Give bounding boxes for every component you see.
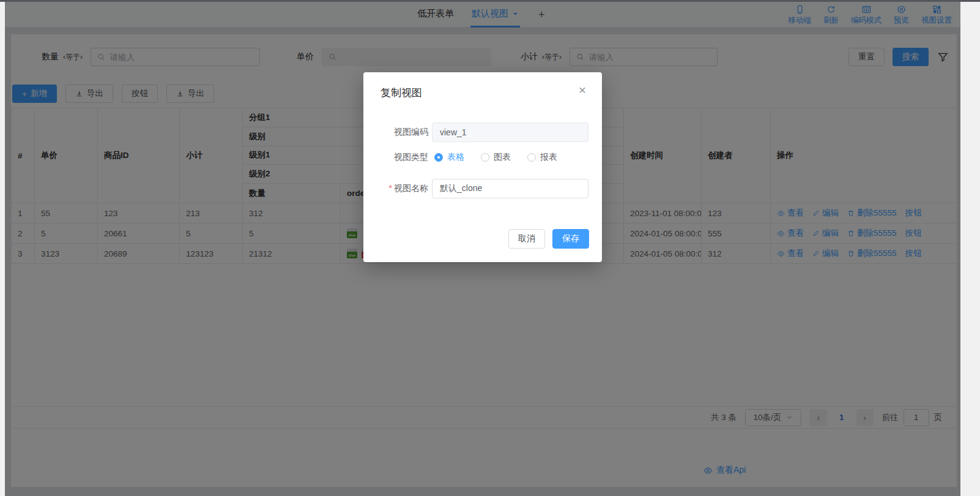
close-icon[interactable]: × (576, 81, 588, 99)
radio-table[interactable]: 表格 (434, 152, 464, 163)
dialog-actions: 取消 保存 (508, 229, 589, 249)
view-type-options: 表格 图表 报表 (434, 152, 574, 163)
view-type-row: 视图类型 表格 图表 报表 (363, 152, 602, 163)
required-asterisk: * (389, 183, 392, 193)
view-name-label: *视图名称 (363, 183, 428, 194)
radio-dot (527, 153, 536, 162)
view-type-label: 视图类型 (363, 152, 428, 163)
cancel-button[interactable]: 取消 (508, 229, 545, 249)
copy-view-dialog: 复制视图 × 视图编码 视图类型 表格 图表 报表 *视图名称 取消 保存 (363, 72, 602, 262)
radio-report[interactable]: 报表 (527, 152, 557, 163)
view-code-input (432, 122, 588, 142)
view-name-input[interactable] (432, 179, 588, 198)
dialog-title: 复制视图 (380, 86, 422, 100)
radio-chart[interactable]: 图表 (481, 152, 511, 163)
view-code-row: 视图编码 (363, 122, 602, 142)
view-code-label: 视图编码 (363, 127, 428, 138)
radio-dot (481, 153, 489, 162)
save-button[interactable]: 保存 (552, 229, 589, 249)
radio-dot (434, 153, 443, 162)
view-name-row: *视图名称 (363, 179, 602, 198)
window-top-edge (0, 0, 980, 2)
